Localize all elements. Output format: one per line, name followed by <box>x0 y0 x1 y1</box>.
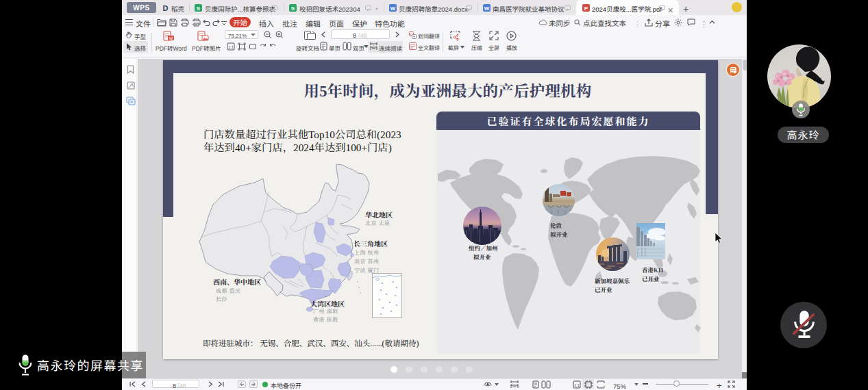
svg-text:1:1: 1:1 <box>228 45 234 49</box>
svg-text:W: W <box>169 36 173 40</box>
svg-text:1:1: 1:1 <box>574 383 580 387</box>
